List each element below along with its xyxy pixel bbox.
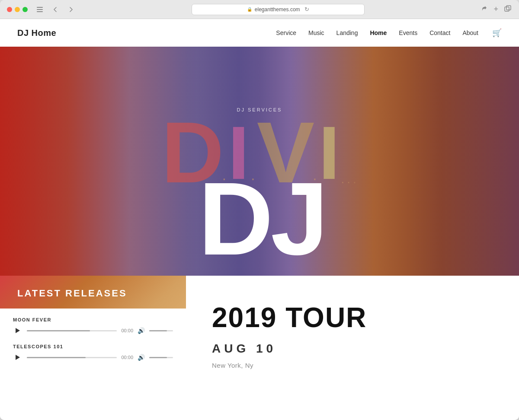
releases-title: LATEST RELEASES [17, 288, 169, 299]
nav-item-about[interactable]: About [462, 29, 478, 37]
nav-item-home[interactable]: Home [370, 29, 387, 37]
volume-icon-2[interactable]: 🔊 [138, 354, 145, 361]
volume-fill-2 [149, 357, 167, 358]
nav-item-events[interactable]: Events [399, 29, 417, 37]
volume-bar-1[interactable] [149, 330, 173, 331]
svg-rect-1 [37, 9, 43, 10]
back-button[interactable] [50, 5, 61, 14]
share-button[interactable] [480, 4, 488, 15]
releases-panel: LATEST RELEASES MOON FEVER [0, 276, 186, 397]
nav-item-contact[interactable]: Contact [429, 29, 450, 37]
releases-tracks: MOON FEVER 00:00 🔊 [0, 309, 186, 397]
navigation: DJ Home Service Music Landing Home Event… [0, 19, 519, 47]
nav-link-about[interactable]: About [462, 29, 478, 36]
track-name-1: MOON FEVER [13, 317, 173, 322]
browser-window: 🔒 elegantthemes.com ↻ + DJ Home Service [0, 0, 519, 420]
svg-rect-2 [37, 11, 43, 12]
divi-dot-5: . [347, 172, 350, 196]
browser-actions: + [480, 4, 512, 15]
windows-button[interactable] [503, 4, 512, 15]
sidebar-toggle-button[interactable] [35, 5, 45, 14]
lock-icon: 🔒 [247, 7, 252, 12]
address-bar[interactable]: 🔒 elegantthemes.com ↻ [192, 4, 365, 15]
minimize-button[interactable] [15, 7, 20, 12]
tour-title: 2019 TOUR [212, 304, 493, 331]
url-text: elegantthemes.com [255, 6, 300, 13]
track-name-2: TELESCOPES 101 [13, 344, 173, 349]
svg-marker-6 [16, 355, 20, 360]
maximize-button[interactable] [22, 7, 28, 12]
nav-menu: Service Music Landing Home Events Contac… [276, 28, 502, 38]
nav-link-events[interactable]: Events [399, 29, 417, 36]
progress-bar-2[interactable] [27, 357, 117, 358]
traffic-lights [7, 7, 28, 12]
track-item-2: TELESCOPES 101 00:00 🔊 [13, 344, 173, 362]
volume-bar-2[interactable] [149, 357, 173, 358]
volume-icon-1[interactable]: 🔊 [138, 327, 145, 334]
nav-item-music[interactable]: Music [308, 29, 324, 37]
svg-rect-0 [37, 7, 43, 8]
nav-link-landing[interactable]: Landing [336, 29, 358, 36]
hero-section: DJ SERVICES D . I . V . I . . . DJ [0, 47, 519, 276]
play-button-2[interactable] [13, 353, 22, 362]
website-content: DJ Home Service Music Landing Home Event… [0, 19, 519, 420]
tour-date: AUG 10 [212, 342, 493, 356]
hero-dj-text: DJ [198, 175, 326, 263]
nav-link-service[interactable]: Service [276, 29, 296, 36]
track-player-1: 00:00 🔊 [13, 326, 173, 335]
reload-icon[interactable]: ↻ [304, 6, 309, 13]
divi-dot-6: . [353, 172, 356, 196]
progress-fill-2 [27, 357, 86, 358]
svg-rect-4 [506, 6, 511, 10]
nav-item-cart[interactable]: 🛒 [490, 28, 502, 38]
nav-item-service[interactable]: Service [276, 29, 296, 37]
play-button-1[interactable] [13, 326, 22, 335]
track-item-1: MOON FEVER 00:00 🔊 [13, 317, 173, 335]
nav-item-landing[interactable]: Landing [336, 29, 358, 37]
progress-fill-1 [27, 330, 90, 331]
browser-titlebar: 🔒 elegantthemes.com ↻ + [0, 0, 519, 19]
tour-panel: 2019 TOUR AUG 10 New York, Ny [186, 276, 519, 397]
track-time-2: 00:00 [121, 355, 133, 360]
close-button[interactable] [7, 7, 12, 12]
nav-link-music[interactable]: Music [308, 29, 324, 36]
track-player-2: 00:00 🔊 [13, 353, 173, 362]
svg-marker-5 [16, 328, 20, 333]
tour-location: New York, Ny [212, 362, 493, 369]
volume-fill-1 [149, 330, 167, 331]
nav-link-home[interactable]: Home [370, 29, 387, 36]
bottom-section: LATEST RELEASES MOON FEVER [0, 276, 519, 397]
nav-link-contact[interactable]: Contact [429, 29, 450, 36]
svg-rect-3 [505, 7, 509, 11]
forward-button[interactable] [66, 5, 76, 14]
new-tab-button[interactable]: + [493, 4, 499, 15]
site-logo[interactable]: DJ Home [17, 28, 56, 38]
track-time-1: 00:00 [121, 328, 133, 333]
releases-header: LATEST RELEASES [0, 276, 186, 309]
divi-dot-4: . [341, 172, 344, 196]
browser-controls [35, 5, 76, 14]
progress-bar-1[interactable] [27, 330, 117, 331]
cart-icon[interactable]: 🛒 [492, 29, 502, 37]
